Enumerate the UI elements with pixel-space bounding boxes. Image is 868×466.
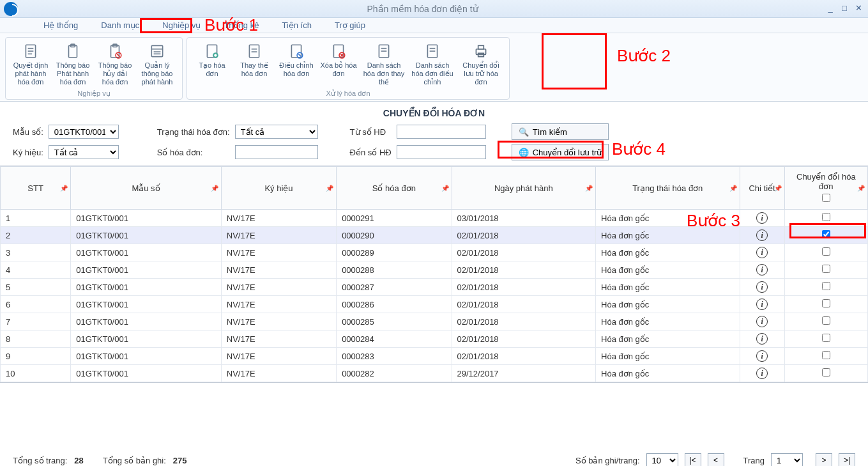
info-icon[interactable]: i: [756, 281, 768, 293]
th-trang-thai[interactable]: Trạng thái hóa đơn📌: [596, 167, 740, 210]
th-mau-so[interactable]: Mẫu số📌: [71, 167, 222, 210]
page-select[interactable]: 1: [771, 453, 803, 466]
ribbon-group-xu-ly: Tạo hóa đơn Thay thế hóa đơn Điều chỉnh …: [187, 37, 510, 100]
maximize-button[interactable]: □: [839, 3, 850, 15]
titlebar: Phần mềm hóa đơn điện tử _ □ ✕: [0, 0, 868, 18]
row-checkbox[interactable]: [822, 230, 830, 238]
cell-stt: 5: [1, 279, 71, 296]
den-so-label: Đến số HĐ: [350, 148, 392, 157]
th-so-hd[interactable]: Số hóa đơn📌: [337, 167, 452, 210]
ribbon-tao-hoa-don[interactable]: Tạo hóa đơn: [191, 40, 233, 88]
pin-icon: 📌: [857, 185, 865, 192]
ribbon-group-nghiep-vu: Quyết định phát hành hóa đơn Thông báo P…: [5, 37, 183, 100]
info-icon[interactable]: i: [756, 247, 768, 258]
th-stt[interactable]: STT📌: [1, 167, 71, 210]
table-row[interactable]: 701GTKT0/001NV/17E000028502/01/2018Hóa đ…: [1, 313, 868, 330]
menu-thong-ke[interactable]: Thống kê: [212, 19, 270, 32]
ribbon-quan-ly[interactable]: Quản lý thông báo phát hành: [136, 40, 178, 88]
select-all-checkbox[interactable]: [822, 194, 830, 202]
row-checkbox[interactable]: [822, 316, 830, 325]
menu-danh-muc[interactable]: Danh mục: [89, 19, 151, 32]
last-page-button[interactable]: >|: [839, 453, 855, 466]
app-logo: [4, 2, 18, 16]
document-delete-icon: [328, 42, 349, 60]
cell-mau: 01GTKT0/001: [71, 261, 222, 279]
table-row[interactable]: 401GTKT0/001NV/17E000028802/01/2018Hóa đ…: [1, 261, 868, 279]
ribbon-chuyen-doi[interactable]: Chuyển đổi lưu trữ hóa đơn: [457, 40, 505, 88]
table-row[interactable]: 601GTKT0/001NV/17E000028602/01/2018Hóa đ…: [1, 296, 868, 313]
trang-thai-select[interactable]: Tất cả: [235, 125, 318, 139]
info-icon[interactable]: i: [756, 212, 768, 224]
trang-thai-label: Trạng thái hóa đơn:: [157, 127, 230, 137]
cell-stt: 8: [1, 330, 71, 348]
ribbon-ds-thay-the[interactable]: Danh sách hóa đơn thay thế: [360, 40, 408, 88]
ribbon-group-title: Nghiệp vụ: [10, 88, 178, 98]
th-chi-tiet[interactable]: Chi tiết📌: [740, 167, 784, 210]
prev-page-button[interactable]: <: [708, 453, 724, 466]
per-page-select[interactable]: 10: [646, 453, 678, 466]
row-checkbox[interactable]: [822, 351, 830, 359]
minimize-button[interactable]: _: [825, 3, 836, 15]
cell-ngay: 02/01/2018: [452, 227, 595, 244]
menu-nghiep-vu[interactable]: Nghiệp vụ: [151, 19, 212, 32]
th-ngay[interactable]: Ngày phát hành📌: [452, 167, 595, 210]
document-replace-icon: [243, 42, 265, 60]
table-row[interactable]: 1001GTKT0/001NV/17E000028229/12/2017Hóa …: [1, 365, 868, 382]
printer-icon: [470, 42, 492, 60]
total-records: 275: [173, 456, 187, 465]
convert-button[interactable]: 🌐 Chuyển đổi lưu trữ: [512, 144, 609, 160]
next-page-button[interactable]: >: [816, 453, 832, 466]
table-row[interactable]: 301GTKT0/001NV/17E000028902/01/2018Hóa đ…: [1, 244, 868, 261]
row-checkbox[interactable]: [822, 334, 830, 342]
cell-kh: NV/17E: [221, 348, 336, 365]
so-hd-input[interactable]: [235, 145, 318, 159]
menu-tro-giup[interactable]: Trợ giúp: [323, 19, 377, 32]
ribbon-quyet-dinh[interactable]: Quyết định phát hành hóa đơn: [10, 40, 52, 88]
search-button[interactable]: 🔍 Tìm kiếm: [512, 123, 609, 140]
cell-so: 0000288: [337, 261, 452, 279]
mau-so-label: Mẫu số:: [13, 127, 43, 137]
th-chuyen-doi[interactable]: Chuyển đổi hóa đơn📌: [784, 167, 867, 210]
table-row[interactable]: 501GTKT0/001NV/17E000028702/01/2018Hóa đ…: [1, 279, 868, 296]
ribbon-thong-bao-huy[interactable]: Thông báo hủy dải hóa đơn: [94, 40, 136, 88]
info-icon[interactable]: i: [756, 264, 768, 276]
ky-hieu-select[interactable]: Tất cả: [49, 145, 119, 159]
row-checkbox[interactable]: [822, 213, 830, 221]
table-row[interactable]: 101GTKT0/001NV/17E000029103/01/2018Hóa đ…: [1, 210, 868, 227]
close-button[interactable]: ✕: [853, 3, 864, 15]
row-checkbox[interactable]: [822, 282, 830, 290]
row-checkbox[interactable]: [822, 247, 830, 256]
menu-he-thong[interactable]: Hệ thống: [32, 19, 89, 32]
ribbon-thay-the[interactable]: Thay thế hóa đơn: [233, 40, 275, 88]
cell-kh: NV/17E: [221, 227, 336, 244]
ribbon-xoa-bo[interactable]: Xóa bỏ hóa đơn: [317, 40, 360, 88]
info-icon[interactable]: i: [756, 350, 768, 362]
th-ky-hieu[interactable]: Ký hiệu📌: [221, 167, 336, 210]
first-page-button[interactable]: |<: [685, 453, 701, 466]
row-checkbox[interactable]: [822, 265, 830, 273]
info-icon[interactable]: i: [756, 333, 768, 345]
svg-rect-18: [249, 45, 259, 58]
info-icon[interactable]: i: [756, 229, 768, 241]
menu-tien-ich[interactable]: Tiện ích: [270, 19, 323, 32]
table-row[interactable]: 201GTKT0/001NV/17E000029002/01/2018Hóa đ…: [1, 227, 868, 244]
row-checkbox[interactable]: [822, 299, 830, 307]
table-row[interactable]: 801GTKT0/001NV/17E000028402/01/2018Hóa đ…: [1, 330, 868, 348]
den-so-input[interactable]: [397, 145, 486, 159]
ribbon-thong-bao-phat-hanh[interactable]: Thông báo Phát hành hóa đơn: [52, 40, 94, 88]
tu-so-input[interactable]: [397, 125, 486, 139]
info-icon[interactable]: i: [756, 316, 768, 327]
cell-kh: NV/17E: [221, 330, 336, 348]
table-row[interactable]: 901GTKT0/001NV/17E000028302/01/2018Hóa đ…: [1, 348, 868, 365]
page-title: CHUYỂN ĐỔI HÓA ĐƠN: [0, 102, 868, 122]
cell-tt: Hóa đơn gốc: [596, 348, 740, 365]
ribbon-dieu-chinh[interactable]: Điều chỉnh hóa đơn: [275, 40, 317, 88]
cell-stt: 2: [1, 227, 71, 244]
row-checkbox[interactable]: [822, 368, 830, 377]
info-icon[interactable]: i: [756, 368, 768, 379]
mau-so-select[interactable]: 01GTKT0/001: [49, 125, 119, 139]
info-icon[interactable]: i: [756, 299, 768, 310]
cell-tt: Hóa đơn gốc: [596, 210, 740, 227]
clipboard-icon: [62, 42, 84, 60]
ribbon-ds-dieu-chinh[interactable]: Danh sách hóa đơn điều chỉnh: [408, 40, 457, 88]
